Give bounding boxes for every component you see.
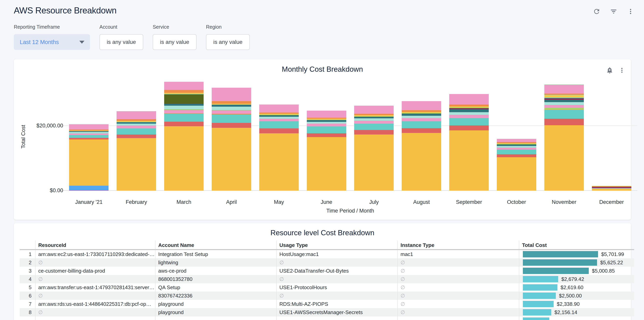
bar-segment-red[interactable] — [544, 119, 584, 125]
bar-segment-mint[interactable] — [449, 112, 489, 115]
column-header-instance-type[interactable]: Instance Type — [397, 241, 519, 249]
bar-segment-dark_teal[interactable] — [497, 144, 536, 146]
bar-segment-dark_teal[interactable] — [402, 114, 441, 116]
bar-segment-teal[interactable] — [449, 118, 489, 126]
bar-segment-pink[interactable] — [449, 94, 489, 104]
bar-segment-amber[interactable] — [259, 133, 299, 191]
kebab-menu-icon[interactable] — [627, 8, 634, 16]
bar-segment-pink[interactable] — [544, 105, 584, 108]
stacked-bar[interactable] — [544, 85, 584, 191]
service-filter-value[interactable]: is any value — [153, 34, 196, 50]
bar-segment-pink[interactable] — [116, 125, 156, 129]
column-header-account-name[interactable]: Account Name — [155, 241, 276, 249]
bar-segment-dark_teal[interactable] — [307, 120, 346, 122]
bar-segment-dark_teal[interactable] — [544, 100, 584, 102]
bar-segment-pink[interactable] — [307, 124, 346, 127]
bar-segment-teal[interactable] — [497, 150, 536, 154]
bar-segment-teal[interactable] — [544, 110, 584, 119]
bar-segment-amber[interactable] — [497, 157, 536, 191]
bar-segment-blue[interactable] — [69, 186, 108, 190]
bar-segment-teal[interactable] — [69, 135, 108, 138]
bar-segment-teal[interactable] — [354, 124, 394, 130]
bar-segment-teal[interactable] — [116, 128, 156, 135]
bar-segment-magenta[interactable] — [69, 190, 108, 191]
bar-segment-pink[interactable] — [497, 148, 536, 150]
bar-segment-pink[interactable] — [354, 106, 394, 114]
bar-segment-pink[interactable] — [116, 111, 156, 119]
bar-segment-red[interactable] — [354, 130, 394, 135]
bar-segment-mint[interactable] — [307, 122, 346, 123]
bar-segment-pink[interactable] — [402, 101, 441, 110]
filter-icon[interactable] — [610, 8, 618, 16]
bar-segment-mint[interactable] — [402, 116, 441, 118]
bar-segment-red[interactable] — [497, 154, 536, 157]
bar-segment-mint[interactable] — [497, 146, 536, 148]
bar-segment-pink[interactable] — [307, 111, 346, 118]
bar-segment-pink[interactable] — [259, 105, 299, 113]
bar-segment-orange[interactable] — [402, 110, 441, 112]
stacked-bar[interactable] — [307, 111, 346, 191]
bar-segment-orange[interactable] — [212, 101, 251, 104]
refresh-icon[interactable] — [593, 8, 600, 16]
bar-segment-yellow[interactable] — [544, 95, 584, 98]
bar-segment-pink[interactable] — [212, 111, 251, 114]
column-header-resourceid[interactable]: ResourceId — [35, 241, 155, 249]
bar-segment-pink[interactable] — [212, 88, 251, 101]
bar-segment-olive[interactable] — [164, 94, 204, 104]
bar-segment-amber[interactable] — [307, 137, 346, 191]
bar-segment-red[interactable] — [402, 128, 441, 133]
bar-segment-red[interactable] — [69, 138, 108, 139]
region-filter-value[interactable]: is any value — [206, 34, 250, 50]
bar-segment-teal[interactable] — [164, 114, 204, 122]
stacked-bar[interactable] — [164, 82, 204, 191]
bar-segment-red[interactable] — [116, 135, 156, 138]
stacked-bar[interactable] — [116, 111, 156, 191]
bar-segment-pink[interactable] — [164, 110, 204, 113]
stacked-bar[interactable] — [449, 94, 489, 191]
stacked-bar[interactable] — [259, 105, 299, 191]
account-filter-value[interactable]: is any value — [100, 34, 143, 50]
stacked-bar[interactable] — [592, 186, 631, 191]
bar-segment-teal[interactable] — [259, 121, 299, 128]
stacked-bar[interactable] — [402, 101, 441, 191]
bar-segment-mint[interactable] — [354, 118, 394, 121]
bar-segment-red[interactable] — [212, 123, 251, 128]
bar-segment-dark_teal[interactable] — [354, 117, 394, 118]
bar-segment-pink[interactable] — [69, 133, 108, 135]
bar-segment-mint[interactable] — [164, 106, 204, 109]
bar-segment-pink[interactable] — [69, 124, 108, 130]
bar-segment-maroon[interactable] — [544, 98, 584, 100]
bar-segment-teal[interactable] — [402, 121, 441, 128]
bar-segment-pink[interactable] — [544, 85, 584, 94]
stacked-bar[interactable] — [354, 106, 394, 191]
bar-segment-pink[interactable] — [497, 139, 536, 142]
bar-segment-dark_teal[interactable] — [164, 104, 204, 106]
bar-segment-mint[interactable] — [544, 102, 584, 105]
column-header-total-cost[interactable]: Total Cost — [519, 241, 634, 249]
bar-segment-amber[interactable] — [212, 128, 251, 191]
bar-segment-amber[interactable] — [592, 189, 631, 191]
bar-segment-amber[interactable] — [354, 135, 394, 191]
column-header-usage-type[interactable]: Usage Type — [276, 241, 397, 249]
stacked-bar[interactable] — [497, 139, 536, 191]
bar-segment-amber[interactable] — [116, 138, 156, 191]
bar-segment-pink[interactable] — [259, 119, 299, 121]
bar-segment-mint[interactable] — [212, 107, 251, 110]
bar-segment-pink[interactable] — [354, 121, 394, 124]
bar-segment-amber[interactable] — [449, 130, 489, 191]
bar-segment-dark_teal[interactable] — [212, 105, 251, 107]
reporting-timeframe-dropdown[interactable]: Last 12 Months — [14, 34, 90, 50]
bar-segment-amber[interactable] — [69, 139, 108, 186]
stacked-bar[interactable] — [212, 88, 251, 191]
bar-segment-orange[interactable] — [449, 105, 489, 107]
bar-segment-amber[interactable] — [402, 133, 441, 191]
bar-segment-red[interactable] — [307, 133, 346, 137]
bar-segment-mint[interactable] — [259, 117, 299, 119]
bar-segment-teal[interactable] — [307, 126, 346, 133]
bar-segment-orange[interactable] — [164, 90, 204, 93]
bar-segment-pink[interactable] — [164, 82, 204, 90]
bar-segment-amber[interactable] — [544, 125, 584, 191]
bar-segment-amber[interactable] — [164, 126, 204, 191]
bar-segment-orange[interactable] — [116, 119, 156, 121]
bar-segment-pink[interactable] — [402, 118, 441, 121]
